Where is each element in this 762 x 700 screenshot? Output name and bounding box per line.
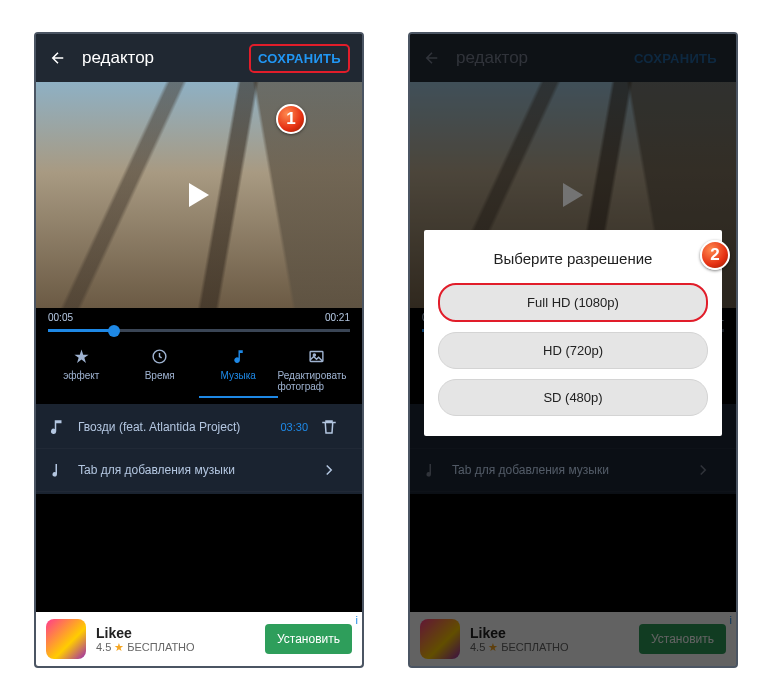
- phone-right: редактор СОХРАНИТЬ 00:05 00:21 эффект Вр…: [408, 32, 738, 668]
- ad-install-button[interactable]: Установить: [265, 624, 352, 654]
- timeline: 00:05 00:21: [36, 308, 362, 332]
- music-list: Гвозди (feat. Atlantida Project) 03:30 T…: [36, 404, 362, 494]
- resolution-option-fullhd[interactable]: Full HD (1080p): [438, 283, 708, 322]
- header: редактор СОХРАНИТЬ: [36, 34, 362, 82]
- ad-info-icon[interactable]: i: [356, 614, 358, 626]
- time-total: 00:21: [325, 312, 350, 323]
- ad-app-meta: 4.5★БЕСПЛАТНО: [96, 641, 265, 654]
- header-title: редактор: [82, 48, 249, 68]
- scrubber-thumb[interactable]: [108, 325, 120, 337]
- ad-banner[interactable]: i Likee 4.5★БЕСПЛАТНО Установить: [36, 612, 362, 666]
- resolution-option-hd[interactable]: HD (720p): [438, 332, 708, 369]
- back-icon[interactable]: [48, 48, 68, 68]
- tabs: эффект Время Музыка Редактировать фотогр…: [36, 342, 362, 404]
- video-preview[interactable]: [36, 82, 362, 308]
- music-note-icon: [48, 418, 66, 436]
- chevron-right-icon: [320, 461, 338, 479]
- step-badge-2: 2: [700, 240, 730, 270]
- ad-app-icon: [46, 619, 86, 659]
- add-music-label: Tab для добавления музыки: [78, 463, 320, 477]
- ad-app-name: Likee: [96, 625, 265, 641]
- track-duration: 03:30: [280, 421, 308, 433]
- play-icon[interactable]: [189, 183, 209, 207]
- time-current: 00:05: [48, 312, 73, 323]
- save-button[interactable]: СОХРАНИТЬ: [249, 44, 350, 73]
- tab-time[interactable]: Время: [121, 342, 200, 398]
- modal-title: Выберите разрешение: [438, 250, 708, 267]
- tab-photo[interactable]: Редактировать фотограф: [278, 342, 357, 398]
- track-name: Гвозди (feat. Atlantida Project): [78, 420, 280, 434]
- scrubber[interactable]: [48, 329, 350, 332]
- add-music-row[interactable]: Tab для добавления музыки: [36, 449, 362, 492]
- phone-left: редактор СОХРАНИТЬ 00:05 00:21 эффект Вр…: [34, 32, 364, 668]
- music-note-icon: [48, 461, 66, 479]
- resolution-modal: Выберите разрешение Full HD (1080p) HD (…: [424, 230, 722, 436]
- tab-music[interactable]: Музыка: [199, 342, 278, 398]
- music-track-row[interactable]: Гвозди (feat. Atlantida Project) 03:30: [36, 406, 362, 449]
- resolution-option-sd[interactable]: SD (480p): [438, 379, 708, 416]
- delete-icon[interactable]: [320, 418, 338, 436]
- step-badge-1: 1: [276, 104, 306, 134]
- tab-effect[interactable]: эффект: [42, 342, 121, 398]
